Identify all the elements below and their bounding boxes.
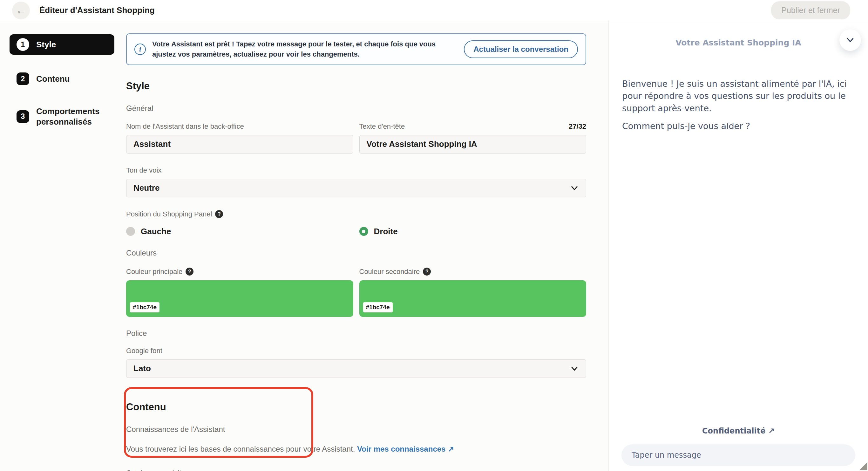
back-button[interactable]: ← [12, 2, 30, 20]
banner-message: Votre Assistant est prêt ! Tapez votre m… [152, 39, 458, 59]
font-heading: Police [126, 329, 586, 338]
general-heading: Général [126, 104, 586, 113]
chat-message-input[interactable] [621, 444, 855, 466]
panel-position-label: Position du Shopping Panel [126, 210, 212, 218]
assistant-ready-banner: i Votre Assistant est prêt ! Tapez votre… [126, 33, 586, 65]
primary-color-field: Couleur principale ? #1bc74e [126, 268, 353, 317]
char-counter: 27/32 [569, 122, 586, 130]
privacy-arrow-icon: ↗ [768, 426, 775, 435]
colors-heading: Couleurs [126, 248, 586, 258]
view-knowledge-link[interactable]: Voir mes connaissances ↗ [357, 445, 454, 453]
assistant-name-label: Nom de l'Assistant dans le back-office [126, 122, 244, 130]
step-label: Style [36, 39, 56, 50]
content-section-title: Contenu [126, 402, 586, 413]
step-label: Comportements personnalisés [36, 106, 107, 127]
help-icon[interactable]: ? [215, 210, 223, 218]
header-text-label: Texte d'en-tête [359, 122, 405, 130]
topbar: ← Éditeur d'Assistant Shopping Publier e… [0, 0, 868, 21]
help-icon[interactable]: ? [186, 268, 193, 275]
catalog-label: Catalogue produit [126, 469, 181, 471]
step-number-badge: 2 [17, 72, 29, 85]
privacy-link[interactable]: Confidentialité ↗ [609, 426, 868, 435]
publish-close-button[interactable]: Publier et fermer [771, 1, 850, 20]
sidebar-step-comportements[interactable]: 3 Comportements personnalisés [9, 103, 114, 130]
info-icon: i [134, 43, 146, 55]
tone-label: Ton de voix [126, 166, 161, 175]
google-font-label: Google font [126, 347, 162, 355]
step-number-badge: 1 [17, 38, 29, 51]
style-section-title: Style [126, 80, 586, 92]
step-label: Contenu [36, 74, 69, 84]
tone-value: Neutre [133, 183, 159, 193]
position-right-label: Droite [374, 227, 398, 236]
collapse-panel-button[interactable] [839, 29, 861, 51]
position-right-radio[interactable]: Droite [359, 227, 587, 236]
privacy-label: Confidentialité [702, 426, 768, 435]
chat-preview-panel: Votre Assistant Shopping IA Bienvenue ! … [609, 21, 868, 471]
chevron-down-icon [845, 35, 855, 45]
resize-grip-icon[interactable] [859, 462, 867, 470]
sidebar-step-style[interactable]: 1 Style [9, 34, 114, 55]
header-text-field: Texte d'en-tête 27/32 Votre Assistant Sh… [359, 122, 587, 153]
radio-unchecked-icon [126, 227, 135, 236]
secondary-color-swatch[interactable]: #1bc74e [359, 280, 587, 317]
secondary-color-hex: #1bc74e [363, 302, 393, 313]
back-arrow-icon: ← [16, 4, 26, 16]
sidebar-step-contenu[interactable]: 2 Contenu [9, 69, 114, 88]
welcome-message: Bienvenue ! Je suis un assistant aliment… [622, 78, 855, 114]
editor-form: i Votre Assistant est prêt ! Tapez votre… [124, 21, 609, 471]
chevron-down-icon [570, 184, 579, 193]
google-font-value: Lato [133, 363, 151, 374]
assistant-editor-app: ← Éditeur d'Assistant Shopping Publier e… [0, 0, 868, 471]
secondary-color-label: Couleur secondaire [359, 268, 420, 276]
google-font-select[interactable]: Lato [126, 359, 586, 378]
assistant-message: Bienvenue ! Je suis un assistant aliment… [622, 78, 855, 132]
external-link-icon: ↗ [448, 445, 454, 453]
knowledge-text: Vous trouverez ici les bases de connaiss… [126, 445, 357, 453]
chevron-down-icon [570, 364, 579, 373]
position-left-label: Gauche [141, 227, 171, 236]
link-label: Voir mes connaissances [357, 445, 445, 453]
chat-header-title: Votre Assistant Shopping IA [609, 38, 868, 47]
header-text-input[interactable]: Votre Assistant Shopping IA [359, 135, 587, 153]
assistant-name-field: Nom de l'Assistant dans le back-office A… [126, 122, 353, 153]
tone-select[interactable]: Neutre [126, 179, 586, 197]
radio-checked-icon [359, 227, 368, 236]
primary-color-label: Couleur principale [126, 268, 182, 276]
refresh-conversation-button[interactable]: Actualiser la conversation [464, 40, 578, 58]
primary-color-swatch[interactable]: #1bc74e [126, 280, 353, 317]
welcome-question: Comment puis-je vous aider ? [622, 120, 855, 132]
knowledge-heading: Connaissances de l'Assistant [126, 425, 586, 434]
position-left-radio[interactable]: Gauche [126, 227, 353, 236]
knowledge-description: Vous trouverez ici les bases de connaiss… [126, 445, 586, 453]
help-icon[interactable]: ? [423, 268, 431, 275]
steps-sidebar: 1 Style 2 Contenu 3 Comportements person… [0, 21, 124, 471]
primary-color-hex: #1bc74e [130, 302, 159, 313]
step-number-badge: 3 [17, 110, 29, 123]
page-title: Éditeur d'Assistant Shopping [39, 5, 155, 15]
secondary-color-field: Couleur secondaire ? #1bc74e [359, 268, 587, 317]
assistant-name-input[interactable]: Assistant [126, 135, 353, 153]
